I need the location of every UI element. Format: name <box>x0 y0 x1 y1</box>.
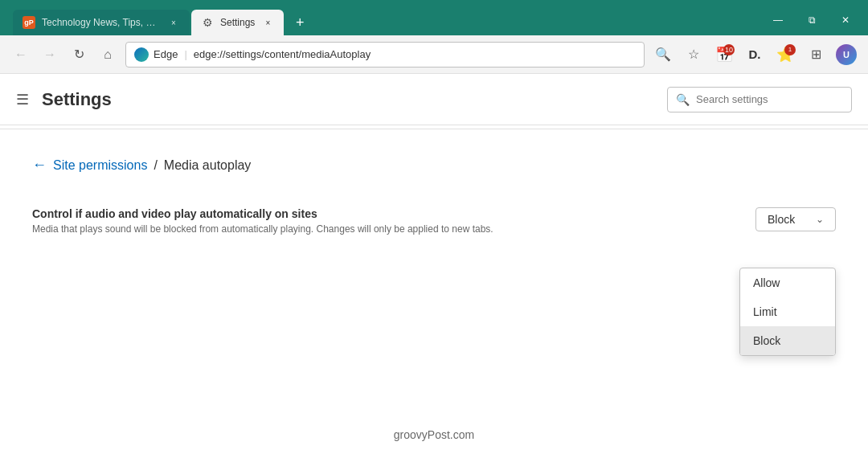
tab-news-title: Technology News, Tips, Reviews, <box>42 17 161 28</box>
autoplay-dropdown-button[interactable]: Block ⌄ <box>755 207 836 231</box>
dropdown-arrow-icon: ⌄ <box>816 214 824 225</box>
autoplay-dropdown-menu: Allow Limit Block <box>739 268 836 356</box>
tab-news[interactable]: gP Technology News, Tips, Reviews, × <box>13 10 190 35</box>
breadcrumb-current-page: Media autoplay <box>164 158 252 173</box>
minimize-button[interactable]: — <box>762 8 794 32</box>
search-settings-icon: 🔍 <box>676 93 690 106</box>
restore-button[interactable]: ⧉ <box>796 8 828 32</box>
dictionary-button[interactable]: D. <box>743 43 767 67</box>
collections-favorites-button[interactable]: ⭐ 1 <box>773 43 797 67</box>
address-bar-row: ← → ↻ ⌂ Edge | edge://settings/content/m… <box>0 35 868 74</box>
dropdown-item-allow[interactable]: Allow <box>740 268 835 297</box>
calendar-badge: 10 <box>723 44 735 55</box>
breadcrumb-parent-link[interactable]: Site permissions <box>53 158 147 173</box>
collections-button[interactable]: ⊞ <box>804 43 828 67</box>
permission-title: Control if audio and video play automati… <box>32 207 755 220</box>
dropdown-item-limit[interactable]: Limit <box>740 297 835 326</box>
tab-settings[interactable]: ⚙ Settings × <box>191 10 284 35</box>
edge-label: Edge <box>154 48 178 60</box>
header-separator <box>0 129 868 129</box>
settings-body: ← Site permissions / Media autoplay Cont… <box>0 133 868 415</box>
breadcrumb-back-arrow[interactable]: ← <box>32 157 47 174</box>
permission-info: Control if audio and video play automati… <box>32 207 755 235</box>
forward-button[interactable]: → <box>39 43 61 66</box>
address-url: edge://settings/content/mediaAutoplay <box>194 48 636 60</box>
edge-logo-icon <box>134 47 149 62</box>
tab-settings-title: Settings <box>220 17 255 28</box>
permission-row: Control if audio and video play automati… <box>32 198 836 244</box>
search-toolbar-button[interactable]: 🔍 <box>651 43 675 67</box>
tab-news-favicon: gP <box>23 16 35 29</box>
search-settings-box[interactable]: 🔍 <box>667 87 852 112</box>
tab-news-close[interactable]: × <box>167 16 180 29</box>
favorites-button[interactable]: ☆ <box>682 43 706 67</box>
settings-header: ☰ Settings 🔍 <box>0 74 868 125</box>
home-button[interactable]: ⌂ <box>96 43 119 66</box>
avatar: U <box>836 44 857 65</box>
dropdown-item-block[interactable]: Block <box>740 326 835 355</box>
page-title: Settings <box>42 89 654 110</box>
footer-text: groovyPost.com <box>394 428 474 441</box>
window-controls: — ⧉ ✕ <box>762 8 862 32</box>
address-bar[interactable]: Edge | edge://settings/content/mediaAuto… <box>125 42 645 67</box>
page-footer: groovyPost.com <box>0 415 868 454</box>
sidebar-toggle-button[interactable]: ☰ <box>16 91 29 108</box>
refresh-button[interactable]: ↻ <box>68 43 90 66</box>
calendar-button[interactable]: 📅 10 <box>712 43 736 67</box>
tab-news-favicon-label: gP <box>24 18 34 27</box>
address-separator: | <box>184 48 186 60</box>
edge-logo-wrap: Edge <box>134 47 178 62</box>
settings-page: ☰ Settings 🔍 ← Site permissions / Media … <box>0 74 868 454</box>
collections-badge: 1 <box>784 44 796 55</box>
tab-settings-close[interactable]: × <box>261 16 274 29</box>
search-settings-input[interactable] <box>696 93 843 105</box>
profile-button[interactable]: U <box>834 43 858 67</box>
close-button[interactable]: ✕ <box>829 8 862 32</box>
tab-settings-favicon: ⚙ <box>201 16 214 29</box>
breadcrumb-separator: / <box>154 158 157 173</box>
permission-description: Media that plays sound will be blocked f… <box>32 223 755 235</box>
breadcrumb: ← Site permissions / Media autoplay <box>32 157 836 174</box>
new-tab-button[interactable]: + <box>289 11 311 34</box>
back-button[interactable]: ← <box>10 43 32 66</box>
dropdown-selected-value: Block <box>768 213 795 226</box>
